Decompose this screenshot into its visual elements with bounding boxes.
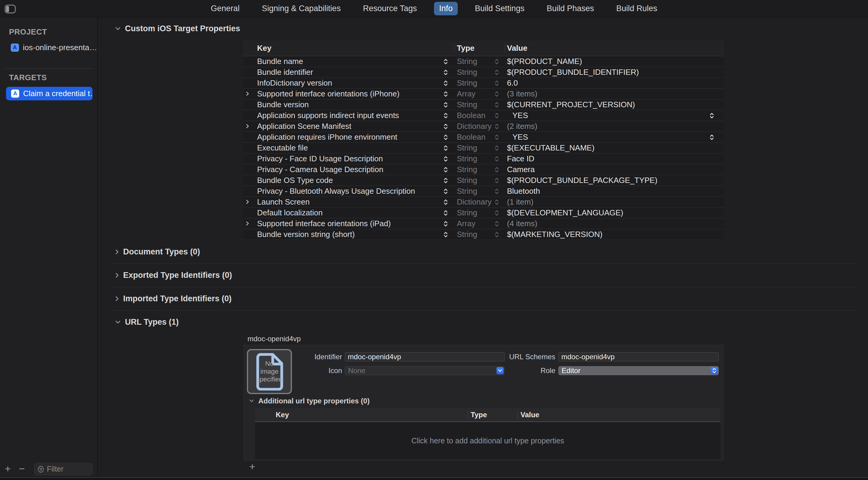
property-type[interactable]: String: [457, 186, 477, 197]
property-row[interactable]: Application Scene ManifestDictionary(2 i…: [243, 121, 724, 132]
key-stepper-icon[interactable]: [443, 101, 448, 109]
property-value[interactable]: (1 item): [507, 197, 533, 207]
type-stepper-icon[interactable]: [494, 80, 499, 87]
type-stepper-icon[interactable]: [494, 231, 499, 238]
chevron-right-icon[interactable]: [115, 296, 119, 302]
property-value[interactable]: $(PRODUCT_NAME): [507, 56, 582, 67]
column-header-type[interactable]: Type: [457, 40, 474, 56]
type-stepper-icon[interactable]: [494, 209, 499, 216]
key-stepper-icon[interactable]: [443, 112, 448, 119]
property-key[interactable]: Launch Screen: [257, 197, 310, 207]
property-value[interactable]: Bluetooth: [507, 186, 540, 197]
add-url-type-button[interactable]: +: [247, 461, 258, 472]
type-stepper-icon[interactable]: [494, 123, 499, 130]
property-type[interactable]: String: [457, 143, 477, 153]
key-stepper-icon[interactable]: [443, 188, 448, 195]
type-stepper-icon[interactable]: [494, 220, 499, 228]
property-type[interactable]: String: [457, 78, 477, 88]
chevron-right-icon[interactable]: [115, 272, 119, 278]
tab-general[interactable]: General: [206, 2, 245, 15]
key-stepper-icon[interactable]: [443, 177, 448, 184]
property-type[interactable]: Boolean: [457, 110, 485, 121]
property-row[interactable]: Launch ScreenDictionary(1 item): [243, 197, 724, 208]
section-imported-type-identifiers[interactable]: Imported Type Identifiers (0): [115, 294, 231, 303]
property-type[interactable]: String: [457, 164, 477, 175]
property-value[interactable]: Face ID: [507, 153, 534, 164]
property-key[interactable]: Privacy - Camera Usage Description: [257, 164, 383, 175]
value-popup-icon[interactable]: [709, 112, 714, 119]
property-key[interactable]: Privacy - Face ID Usage Description: [257, 153, 383, 164]
chevron-down-icon[interactable]: [115, 320, 121, 324]
property-key[interactable]: Bundle OS Type code: [257, 175, 333, 186]
property-key[interactable]: Bundle identifier: [257, 67, 313, 78]
property-value[interactable]: YES: [513, 110, 528, 121]
chevron-down-icon[interactable]: [249, 399, 254, 403]
property-row[interactable]: Bundle identifierString$(PRODUCT_BUNDLE_…: [243, 67, 724, 78]
section-url-types[interactable]: URL Types (1): [115, 318, 179, 327]
property-row[interactable]: Privacy - Camera Usage DescriptionString…: [243, 164, 724, 175]
property-row[interactable]: Bundle OS Type codeString$(PRODUCT_BUNDL…: [243, 175, 724, 186]
disclosure-chevron-icon[interactable]: [246, 91, 249, 96]
type-stepper-icon[interactable]: [494, 101, 499, 109]
filter-input[interactable]: Filter: [34, 463, 93, 475]
property-value[interactable]: $(PRODUCT_BUNDLE_PACKAGE_TYPE): [507, 175, 657, 186]
column-header-value[interactable]: Value: [521, 408, 539, 421]
property-row[interactable]: Default localizationString$(DEVELOPMENT_…: [243, 208, 724, 218]
property-type[interactable]: String: [457, 229, 477, 240]
property-type[interactable]: Dictionary: [457, 121, 492, 131]
role-popup[interactable]: Editor: [558, 366, 719, 375]
key-stepper-icon[interactable]: [443, 58, 448, 65]
property-type[interactable]: String: [457, 67, 477, 78]
property-row[interactable]: Application requires iPhone environmentB…: [243, 132, 724, 143]
section-exported-type-identifiers[interactable]: Exported Type Identifiers (0): [115, 271, 232, 280]
disclosure-chevron-icon[interactable]: [246, 123, 249, 129]
type-stepper-icon[interactable]: [494, 90, 499, 98]
add-additional-properties-link[interactable]: Click here to add additional url type pr…: [255, 422, 720, 459]
type-stepper-icon[interactable]: [494, 112, 499, 119]
property-key[interactable]: Supported interface orientations (iPhone…: [257, 89, 399, 99]
property-key[interactable]: Supported interface orientations (iPad): [257, 218, 391, 229]
property-type[interactable]: Array: [457, 218, 475, 229]
property-row[interactable]: Application supports indirect input even…: [243, 110, 724, 121]
property-row[interactable]: InfoDictionary versionString6.0: [243, 78, 724, 89]
property-type[interactable]: String: [457, 175, 477, 186]
property-value[interactable]: 6.0: [507, 78, 518, 88]
tab-build-rules[interactable]: Build Rules: [611, 2, 662, 15]
property-value[interactable]: $(MARKETING_VERSION): [507, 229, 602, 240]
disclosure-chevron-icon[interactable]: [246, 199, 249, 205]
property-row[interactable]: Supported interface orientations (iPad)A…: [243, 218, 724, 229]
property-row[interactable]: Executable fileString$(EXECUTABLE_NAME): [243, 143, 724, 153]
property-row[interactable]: Privacy - Face ID Usage DescriptionStrin…: [243, 153, 724, 164]
property-type[interactable]: String: [457, 99, 477, 110]
disclosure-chevron-icon[interactable]: [246, 221, 249, 226]
property-value[interactable]: (3 items): [507, 89, 537, 99]
key-stepper-icon[interactable]: [443, 69, 448, 76]
property-value[interactable]: (2 items): [507, 121, 537, 131]
property-row[interactable]: Bundle nameString$(PRODUCT_NAME): [243, 56, 724, 67]
tab-info[interactable]: Info: [434, 2, 458, 15]
custom-properties-section-header[interactable]: Custom iOS Target Properties: [115, 24, 240, 33]
url-type-image-well[interactable]: Noimagespecified: [247, 349, 292, 394]
property-value[interactable]: $(CURRENT_PROJECT_VERSION): [507, 99, 635, 110]
property-value[interactable]: (4 items): [507, 218, 537, 229]
property-key[interactable]: InfoDictionary version: [257, 78, 332, 88]
property-key[interactable]: Bundle version string (short): [257, 229, 355, 240]
property-value[interactable]: $(DEVELOPMENT_LANGUAGE): [507, 208, 623, 218]
type-stepper-icon[interactable]: [494, 69, 499, 76]
column-header-key[interactable]: Key: [257, 40, 272, 56]
key-stepper-icon[interactable]: [443, 231, 448, 238]
type-stepper-icon[interactable]: [494, 58, 499, 65]
key-stepper-icon[interactable]: [443, 220, 448, 228]
tab-resource-tags[interactable]: Resource Tags: [358, 2, 422, 15]
identifier-input[interactable]: mdoc-openid4vp: [345, 352, 504, 361]
chevron-down-icon[interactable]: [115, 27, 121, 31]
tab-build-settings[interactable]: Build Settings: [470, 2, 529, 15]
key-stepper-icon[interactable]: [443, 209, 448, 216]
property-key[interactable]: Bundle name: [257, 56, 303, 67]
chevron-right-icon[interactable]: [115, 249, 119, 255]
property-value[interactable]: $(EXECUTABLE_NAME): [507, 143, 594, 153]
property-value[interactable]: Camera: [507, 164, 535, 175]
property-key[interactable]: Application requires iPhone environment: [257, 132, 397, 142]
type-stepper-icon[interactable]: [494, 188, 499, 195]
property-row[interactable]: Bundle version string (short)String$(MAR…: [243, 229, 724, 240]
